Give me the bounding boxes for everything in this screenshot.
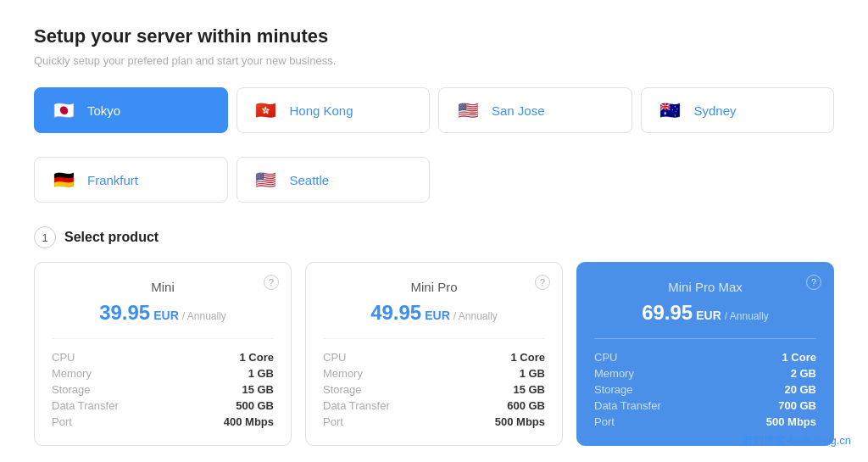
select-product-header: 1 Select product: [34, 226, 834, 248]
product-name-mini-pro-max: Mini Pro Max: [594, 280, 816, 294]
product-specs-mini: CPU1 CoreMemory1 GBStorage15 GBData Tran…: [52, 351, 274, 428]
product-card-mini-pro-max[interactable]: ?Mini Pro Max69.95EUR/ AnnuallyCPU1 Core…: [576, 262, 834, 446]
page-subtitle: Quickly setup your prefered plan and sta…: [34, 54, 834, 67]
location-label-san-jose: San Jose: [492, 103, 545, 118]
spec-key: CPU: [594, 351, 617, 364]
product-currency-mini: EUR: [153, 309, 179, 322]
flag-seattle: 🇺🇸: [251, 170, 281, 190]
help-icon[interactable]: ?: [264, 275, 279, 290]
product-price-mini-pro: 49.95: [370, 301, 421, 325]
watermark: 老刘博客-laoliublog.cn: [742, 433, 851, 448]
step-badge: 1: [34, 226, 56, 248]
spec-value: 1 GB: [520, 367, 545, 380]
location-card-san-jose[interactable]: 🇺🇸San Jose: [438, 87, 632, 133]
location-label-frankfurt: Frankfurt: [87, 173, 138, 187]
spec-row: CPU1 Core: [594, 351, 816, 364]
spec-key: Data Transfer: [323, 399, 390, 412]
spec-value: 500 GB: [236, 399, 274, 412]
spec-row: Storage20 GB: [594, 383, 816, 396]
spec-row: Data Transfer500 GB: [52, 399, 274, 412]
spec-row: Port400 Mbps: [52, 415, 274, 428]
spec-row: CPU1 Core: [323, 351, 545, 364]
spec-value: 1 Core: [782, 351, 816, 364]
product-period-mini-pro: / Annually: [453, 310, 498, 322]
spec-row: Port500 Mbps: [323, 415, 545, 428]
help-icon[interactable]: ?: [535, 275, 550, 290]
spec-value: 2 GB: [791, 367, 816, 380]
spec-key: Memory: [323, 367, 363, 380]
location-card-tokyo[interactable]: 🇯🇵Tokyo: [34, 87, 228, 133]
spec-row: Memory2 GB: [594, 367, 816, 380]
spec-value: 15 GB: [513, 383, 545, 396]
product-card-mini[interactable]: ?Mini39.95EUR/ AnnuallyCPU1 CoreMemory1 …: [34, 262, 292, 446]
spec-value: 15 GB: [242, 383, 274, 396]
spec-key: CPU: [52, 351, 75, 364]
product-price-mini: 39.95: [99, 301, 150, 325]
divider-mini-pro-max: [594, 338, 816, 339]
spec-key: Storage: [594, 383, 633, 396]
product-price-mini-pro-max: 69.95: [642, 301, 693, 325]
spec-row: Storage15 GB: [323, 383, 545, 396]
location-card-hong-kong[interactable]: 🇭🇰Hong Kong: [236, 87, 431, 133]
spec-key: Memory: [52, 367, 92, 380]
spec-key: Storage: [323, 383, 362, 396]
help-icon[interactable]: ?: [806, 275, 821, 290]
product-price-line-mini-pro: 49.95EUR/ Annually: [323, 301, 545, 325]
location-card-seattle[interactable]: 🇺🇸Seattle: [236, 157, 431, 203]
spec-key: Port: [594, 415, 615, 428]
spec-value: 1 Core: [240, 351, 274, 364]
location-label-tokyo: Tokyo: [87, 103, 120, 118]
spec-row: CPU1 Core: [52, 351, 274, 364]
product-price-line-mini-pro-max: 69.95EUR/ Annually: [594, 301, 816, 325]
flag-tokyo: 🇯🇵: [48, 100, 79, 120]
spec-value: 700 GB: [778, 399, 816, 412]
page-title: Setup your server within minutes: [34, 25, 834, 47]
divider-mini: [52, 338, 274, 339]
location-label-sydney: Sydney: [694, 103, 737, 118]
spec-row: Memory1 GB: [52, 367, 274, 380]
spec-row: Storage15 GB: [52, 383, 274, 396]
flag-frankfurt: 🇩🇪: [48, 170, 79, 190]
spec-value: 20 GB: [784, 383, 816, 396]
product-name-mini: Mini: [52, 280, 274, 294]
product-price-line-mini: 39.95EUR/ Annually: [52, 301, 274, 325]
spec-value: 400 Mbps: [224, 415, 274, 428]
location-card-sydney[interactable]: 🇦🇺Sydney: [641, 87, 835, 133]
spec-value: 600 GB: [507, 399, 545, 412]
spec-value: 500 Mbps: [766, 415, 816, 428]
product-grid: ?Mini39.95EUR/ AnnuallyCPU1 CoreMemory1 …: [34, 262, 834, 446]
location-row-1: 🇯🇵Tokyo🇭🇰Hong Kong🇺🇸San Jose🇦🇺Sydney: [34, 87, 834, 133]
spec-key: Storage: [52, 383, 91, 396]
spec-row: Data Transfer700 GB: [594, 399, 816, 412]
product-currency-mini-pro: EUR: [425, 309, 450, 322]
product-period-mini-pro-max: / Annually: [725, 310, 769, 322]
product-currency-mini-pro-max: EUR: [696, 309, 721, 322]
flag-sydney: 🇦🇺: [655, 100, 686, 120]
product-specs-mini-pro-max: CPU1 CoreMemory2 GBStorage20 GBData Tran…: [594, 351, 816, 428]
section-title: Select product: [64, 230, 159, 245]
location-row-2: 🇩🇪Frankfurt🇺🇸Seattle: [34, 157, 834, 203]
spec-key: Port: [52, 415, 72, 428]
product-specs-mini-pro: CPU1 CoreMemory1 GBStorage15 GBData Tran…: [323, 351, 545, 428]
divider-mini-pro: [323, 338, 545, 339]
location-label-hong-kong: Hong Kong: [290, 103, 353, 118]
spec-key: Port: [323, 415, 343, 428]
spec-value: 1 Core: [511, 351, 545, 364]
flag-hong-kong: 🇭🇰: [251, 100, 281, 120]
spec-row: Data Transfer600 GB: [323, 399, 545, 412]
location-card-frankfurt[interactable]: 🇩🇪Frankfurt: [34, 157, 228, 203]
product-name-mini-pro: Mini Pro: [323, 280, 545, 294]
flag-san-jose: 🇺🇸: [453, 100, 483, 120]
spec-value: 500 Mbps: [495, 415, 545, 428]
product-card-mini-pro[interactable]: ?Mini Pro49.95EUR/ AnnuallyCPU1 CoreMemo…: [305, 262, 563, 446]
spec-key: CPU: [323, 351, 346, 364]
spec-key: Data Transfer: [594, 399, 661, 412]
location-label-seattle: Seattle: [290, 173, 330, 187]
spec-key: Memory: [594, 367, 634, 380]
spec-key: Data Transfer: [52, 399, 119, 412]
product-period-mini: / Annually: [182, 310, 226, 322]
spec-value: 1 GB: [248, 367, 274, 380]
spec-row: Memory1 GB: [323, 367, 545, 380]
spec-row: Port500 Mbps: [594, 415, 816, 428]
